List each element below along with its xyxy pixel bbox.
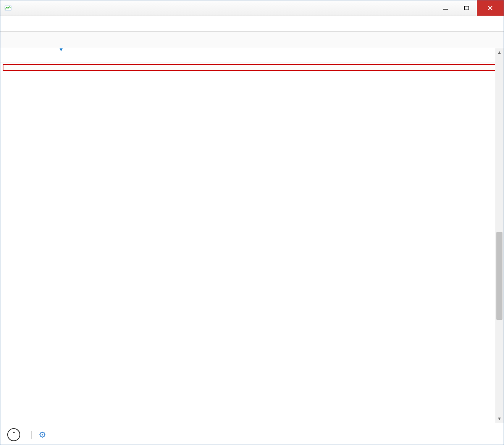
separator: | [30, 430, 32, 440]
svg-point-6 [42, 434, 43, 435]
open-services-link[interactable] [39, 431, 48, 439]
maximize-button[interactable] [456, 0, 477, 16]
tab-bar [0, 32, 504, 48]
svg-rect-2 [464, 6, 469, 10]
minimize-button[interactable] [435, 0, 456, 16]
annotation-overlay [3, 64, 500, 71]
scroll-up-icon[interactable]: ▲ [495, 48, 504, 56]
scroll-thumb[interactable] [496, 232, 502, 320]
close-button[interactable] [477, 0, 504, 16]
fewer-details-button[interactable]: ˄ [7, 428, 20, 441]
title-bar [0, 0, 504, 16]
column-headers: ▾ [0, 48, 504, 63]
scroll-down-icon[interactable]: ▼ [495, 414, 504, 423]
status-bar: ˄ | [0, 423, 504, 445]
vertical-scrollbar[interactable]: ▲ ▼ [495, 48, 504, 423]
sort-indicator-icon: ▾ [60, 46, 63, 53]
gear-icon [39, 431, 46, 439]
menu-bar [0, 16, 504, 32]
chevron-up-icon: ˄ [12, 430, 16, 439]
services-panel: ▾ ▲ ▼ [0, 48, 504, 423]
app-icon [4, 4, 12, 12]
